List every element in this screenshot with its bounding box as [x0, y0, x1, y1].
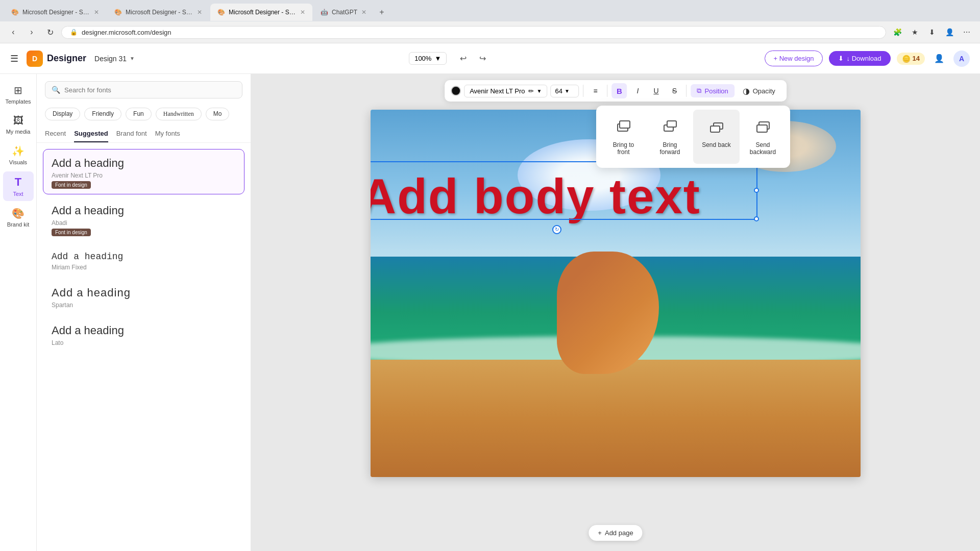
- sidebar-item-visuals[interactable]: ✨ Visuals: [3, 141, 34, 169]
- back-button[interactable]: ‹: [6, 25, 20, 39]
- bring-to-front-icon: [616, 118, 632, 137]
- canvas-body-text[interactable]: Add body text: [371, 168, 701, 224]
- tab-my-fonts[interactable]: My fonts: [155, 126, 180, 142]
- underline-button[interactable]: U: [648, 83, 664, 98]
- more-button[interactable]: ⋯: [960, 25, 974, 39]
- font-heading-miriam: Add a heading: [52, 252, 236, 262]
- font-family-value: Avenir Next LT Pro: [470, 87, 525, 95]
- address-text: designer.microsoft.com/design: [82, 29, 877, 36]
- zoom-control[interactable]: 100% ▼: [409, 52, 447, 65]
- zoom-value: 100%: [414, 55, 431, 62]
- sidebar-item-text[interactable]: T Text: [3, 171, 34, 201]
- bring-to-front-button[interactable]: Bring to front: [600, 110, 647, 164]
- text-color-picker[interactable]: [451, 86, 461, 96]
- address-bar[interactable]: 🔒 designer.microsoft.com/design: [61, 26, 886, 39]
- add-page-button[interactable]: + Add page: [589, 525, 642, 541]
- filter-tag-display[interactable]: Display: [45, 108, 80, 120]
- nav-actions: 🧩 ★ ⬇ 👤 ⋯: [890, 25, 974, 39]
- position-button[interactable]: ⧉ Position: [691, 84, 734, 97]
- tab-close-3[interactable]: ✕: [300, 9, 305, 16]
- browser-tab-2[interactable]: 🎨 Microsoft Designer - Stunning ... ✕: [107, 4, 209, 21]
- extensions-button[interactable]: 🧩: [890, 25, 904, 39]
- undo-redo-group: ↩ ↪: [455, 51, 491, 67]
- tab-label-1: Microsoft Designer - Stunning ...: [22, 9, 90, 16]
- font-item-abadi[interactable]: Add a heading Abadi Font in design: [43, 196, 244, 242]
- sidebar-item-templates[interactable]: ⊞ Templates: [3, 80, 34, 109]
- undo-button[interactable]: ↩: [455, 51, 471, 67]
- sidebar-item-my-media[interactable]: 🖼 My media: [3, 111, 34, 139]
- search-icon: 🔍: [52, 86, 60, 94]
- bring-forward-button[interactable]: Bring forward: [647, 110, 693, 164]
- send-back-button[interactable]: Send back: [693, 110, 740, 164]
- font-size-caret-icon: ▼: [565, 88, 570, 94]
- bring-forward-label: Bring forward: [653, 141, 687, 156]
- browser-tab-1[interactable]: 🎨 Microsoft Designer - Stunning ... ✕: [4, 4, 106, 21]
- italic-button[interactable]: I: [630, 83, 645, 98]
- browser-tab-4[interactable]: 🤖 ChatGPT ✕: [313, 4, 374, 21]
- position-icon: ⧉: [697, 87, 701, 95]
- download-browser-button[interactable]: ⬇: [925, 25, 939, 39]
- tab-bar: 🎨 Microsoft Designer - Stunning ... ✕ 🎨 …: [0, 0, 980, 21]
- coin-count: 14: [913, 55, 920, 62]
- logo-area: D Designer: [27, 51, 86, 67]
- app-container: ☰ D Designer Design 31 ▼ 100% ▼ ↩ ↪ + Ne…: [0, 43, 980, 551]
- font-panel: 🔍 Display Friendly Fun Handwritten Mo Re…: [37, 74, 251, 551]
- forward-button[interactable]: ›: [24, 25, 39, 39]
- hamburger-menu-button[interactable]: ☰: [10, 53, 18, 64]
- font-in-design-badge-abadi: Font in design: [52, 229, 91, 236]
- sidebar-item-brand-kit[interactable]: 🎨 Brand kit: [3, 203, 34, 232]
- font-size-selector[interactable]: 64 ▼: [550, 85, 579, 97]
- user-avatar[interactable]: A: [953, 51, 970, 67]
- new-tab-button[interactable]: +: [375, 5, 389, 19]
- profile-button[interactable]: 👤: [942, 25, 957, 39]
- refresh-button[interactable]: ↻: [43, 25, 57, 39]
- beach-area: [371, 360, 861, 477]
- app-header: ☰ D Designer Design 31 ▼ 100% ▼ ↩ ↪ + Ne…: [0, 43, 980, 74]
- font-search-box[interactable]: 🔍: [45, 81, 242, 98]
- font-item-miriam[interactable]: Add a heading Miriam Fixed: [43, 244, 244, 277]
- nav-bar: ‹ › ↻ 🔒 designer.microsoft.com/design 🧩 …: [0, 21, 980, 43]
- bring-to-front-label: Bring to front: [606, 141, 641, 156]
- font-caret-icon: ▼: [537, 88, 542, 94]
- strikethrough-button[interactable]: S: [667, 83, 682, 98]
- design-name-caret-icon: ▼: [130, 56, 135, 61]
- filter-tag-fun[interactable]: Fun: [126, 108, 152, 120]
- tab-suggested[interactable]: Suggested: [74, 126, 108, 142]
- edit-font-icon: ✏: [528, 87, 534, 95]
- font-item-lato[interactable]: Add a heading Lato: [43, 316, 244, 352]
- new-design-label: + New design: [773, 55, 814, 62]
- tab-close-4[interactable]: ✕: [361, 9, 366, 16]
- filter-tag-more[interactable]: Mo: [206, 108, 230, 120]
- toolbar-separator-3: [686, 85, 687, 97]
- tab-brand-font[interactable]: Brand font: [116, 126, 147, 142]
- design-name-button[interactable]: Design 31 ▼: [94, 55, 135, 63]
- app-logo-text: Designer: [47, 53, 86, 64]
- bold-button[interactable]: B: [611, 83, 627, 98]
- share-button[interactable]: 👤: [931, 51, 947, 67]
- font-name-abadi: Abadi: [52, 219, 236, 227]
- coin-badge: 🪙 14: [897, 53, 925, 65]
- align-button[interactable]: ≡: [587, 83, 603, 98]
- canvas-area[interactable]: Avenir Next LT Pro ✏ ▼ 64 ▼ ≡ B I U S ⧉: [251, 74, 980, 551]
- filter-tag-friendly[interactable]: Friendly: [84, 108, 121, 120]
- redo-button[interactable]: ↪: [474, 51, 491, 67]
- favorites-button[interactable]: ★: [908, 25, 922, 39]
- tab-close-2[interactable]: ✕: [197, 9, 202, 16]
- send-backward-button[interactable]: Send backward: [740, 110, 786, 164]
- opacity-button[interactable]: ◑ Opacity: [738, 84, 780, 98]
- tab-favicon-2: 🎨: [114, 9, 121, 16]
- tab-close-1[interactable]: ✕: [94, 9, 99, 16]
- send-back-label: Send back: [702, 141, 731, 148]
- browser-tab-3[interactable]: 🎨 Microsoft Designer - Stunning ... ✕: [210, 4, 312, 21]
- filter-tag-handwritten[interactable]: Handwritten: [156, 108, 202, 120]
- new-design-button[interactable]: + New design: [765, 51, 822, 66]
- font-item-avenir[interactable]: Add a heading Avenir Next LT Pro Font in…: [43, 149, 244, 194]
- search-input[interactable]: [64, 86, 236, 94]
- tab-recent[interactable]: Recent: [45, 126, 66, 142]
- font-item-spartan[interactable]: Add a heading Spartan: [43, 279, 244, 314]
- font-family-selector[interactable]: Avenir Next LT Pro ✏ ▼: [464, 85, 547, 97]
- design-name-label: Design 31: [94, 55, 127, 63]
- download-button[interactable]: ⬇ ↓ Download: [829, 51, 891, 66]
- sidebar-label-text: Text: [13, 191, 23, 197]
- add-page-label: Add page: [605, 529, 633, 537]
